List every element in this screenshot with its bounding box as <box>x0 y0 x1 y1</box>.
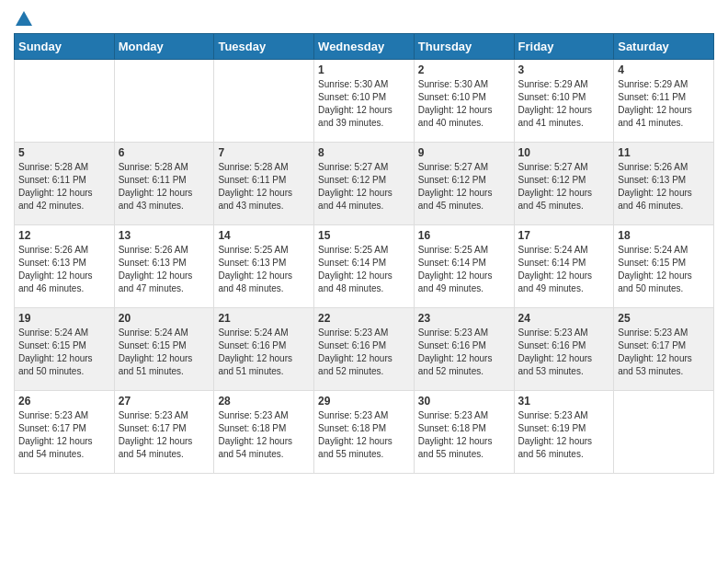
calendar-cell: 28Sunrise: 5:23 AM Sunset: 6:18 PM Dayli… <box>214 391 314 474</box>
calendar-cell: 11Sunrise: 5:26 AM Sunset: 6:13 PM Dayli… <box>614 143 714 225</box>
calendar-cell: 8Sunrise: 5:27 AM Sunset: 6:12 PM Daylig… <box>314 143 415 225</box>
calendar-header-tuesday: Tuesday <box>214 34 314 60</box>
day-number: 5 <box>18 146 110 159</box>
day-info: Sunrise: 5:23 AM Sunset: 6:17 PM Dayligh… <box>618 327 710 378</box>
day-info: Sunrise: 5:23 AM Sunset: 6:16 PM Dayligh… <box>518 327 610 378</box>
day-info: Sunrise: 5:24 AM Sunset: 6:14 PM Dayligh… <box>518 244 610 295</box>
calendar-header-thursday: Thursday <box>414 34 514 60</box>
day-info: Sunrise: 5:24 AM Sunset: 6:15 PM Dayligh… <box>18 327 110 378</box>
calendar-cell <box>214 60 314 143</box>
day-info: Sunrise: 5:23 AM Sunset: 6:19 PM Dayligh… <box>518 409 610 461</box>
day-number: 7 <box>218 146 310 159</box>
day-info: Sunrise: 5:27 AM Sunset: 6:12 PM Dayligh… <box>418 161 510 213</box>
day-info: Sunrise: 5:26 AM Sunset: 6:13 PM Dayligh… <box>119 244 210 295</box>
calendar-cell: 16Sunrise: 5:25 AM Sunset: 6:14 PM Dayli… <box>414 225 514 308</box>
calendar-week-row: 12Sunrise: 5:26 AM Sunset: 6:13 PM Dayli… <box>15 225 714 308</box>
day-info: Sunrise: 5:25 AM Sunset: 6:14 PM Dayligh… <box>418 244 510 295</box>
calendar-cell: 23Sunrise: 5:23 AM Sunset: 6:16 PM Dayli… <box>414 308 514 391</box>
day-info: Sunrise: 5:23 AM Sunset: 6:18 PM Dayligh… <box>218 409 310 461</box>
calendar-table: SundayMondayTuesdayWednesdayThursdayFrid… <box>14 33 714 474</box>
day-number: 24 <box>518 312 610 325</box>
day-number: 29 <box>318 395 410 408</box>
logo <box>14 9 34 26</box>
calendar-cell: 20Sunrise: 5:24 AM Sunset: 6:15 PM Dayli… <box>114 308 214 391</box>
logo-icon <box>14 9 34 29</box>
day-number: 30 <box>418 395 510 408</box>
calendar-header-friday: Friday <box>514 34 614 60</box>
calendar-cell <box>114 60 214 143</box>
calendar-cell: 13Sunrise: 5:26 AM Sunset: 6:13 PM Dayli… <box>114 225 214 308</box>
day-info: Sunrise: 5:29 AM Sunset: 6:10 PM Dayligh… <box>518 78 610 130</box>
day-info: Sunrise: 5:28 AM Sunset: 6:11 PM Dayligh… <box>218 161 310 213</box>
day-number: 15 <box>318 229 410 242</box>
day-number: 18 <box>618 229 710 242</box>
day-number: 10 <box>518 146 610 159</box>
day-number: 23 <box>418 312 510 325</box>
day-info: Sunrise: 5:26 AM Sunset: 6:13 PM Dayligh… <box>18 244 110 295</box>
day-number: 11 <box>618 146 710 159</box>
day-number: 17 <box>518 229 610 242</box>
calendar-cell: 29Sunrise: 5:23 AM Sunset: 6:18 PM Dayli… <box>314 391 415 474</box>
calendar-cell: 12Sunrise: 5:26 AM Sunset: 6:13 PM Dayli… <box>15 225 115 308</box>
day-info: Sunrise: 5:27 AM Sunset: 6:12 PM Dayligh… <box>518 161 610 213</box>
calendar-cell: 5Sunrise: 5:28 AM Sunset: 6:11 PM Daylig… <box>15 143 115 225</box>
day-info: Sunrise: 5:26 AM Sunset: 6:13 PM Dayligh… <box>618 161 710 213</box>
day-number: 13 <box>119 229 210 242</box>
day-info: Sunrise: 5:30 AM Sunset: 6:10 PM Dayligh… <box>418 78 510 130</box>
day-number: 19 <box>18 312 110 325</box>
calendar-cell: 10Sunrise: 5:27 AM Sunset: 6:12 PM Dayli… <box>514 143 614 225</box>
day-number: 3 <box>518 63 610 76</box>
day-info: Sunrise: 5:25 AM Sunset: 6:14 PM Dayligh… <box>318 244 410 295</box>
day-number: 9 <box>418 146 510 159</box>
day-info: Sunrise: 5:24 AM Sunset: 6:15 PM Dayligh… <box>618 244 710 295</box>
calendar-cell: 27Sunrise: 5:23 AM Sunset: 6:17 PM Dayli… <box>114 391 214 474</box>
page-header <box>14 9 714 26</box>
calendar-cell <box>614 391 714 474</box>
day-number: 21 <box>218 312 310 325</box>
calendar-cell: 15Sunrise: 5:25 AM Sunset: 6:14 PM Dayli… <box>314 225 415 308</box>
day-info: Sunrise: 5:28 AM Sunset: 6:11 PM Dayligh… <box>18 161 110 213</box>
calendar-week-row: 26Sunrise: 5:23 AM Sunset: 6:17 PM Dayli… <box>15 391 714 474</box>
calendar-cell: 31Sunrise: 5:23 AM Sunset: 6:19 PM Dayli… <box>514 391 614 474</box>
day-info: Sunrise: 5:24 AM Sunset: 6:16 PM Dayligh… <box>218 327 310 378</box>
svg-marker-0 <box>16 11 32 26</box>
day-number: 4 <box>618 63 710 76</box>
calendar-header-monday: Monday <box>114 34 214 60</box>
day-number: 16 <box>418 229 510 242</box>
day-number: 22 <box>318 312 410 325</box>
day-number: 8 <box>318 146 410 159</box>
calendar-cell: 22Sunrise: 5:23 AM Sunset: 6:16 PM Dayli… <box>314 308 415 391</box>
calendar-cell: 14Sunrise: 5:25 AM Sunset: 6:13 PM Dayli… <box>214 225 314 308</box>
day-info: Sunrise: 5:23 AM Sunset: 6:18 PM Dayligh… <box>318 409 410 461</box>
day-info: Sunrise: 5:25 AM Sunset: 6:13 PM Dayligh… <box>218 244 310 295</box>
calendar-cell: 6Sunrise: 5:28 AM Sunset: 6:11 PM Daylig… <box>114 143 214 225</box>
calendar-cell: 18Sunrise: 5:24 AM Sunset: 6:15 PM Dayli… <box>614 225 714 308</box>
day-info: Sunrise: 5:23 AM Sunset: 6:18 PM Dayligh… <box>418 409 510 461</box>
calendar-week-row: 19Sunrise: 5:24 AM Sunset: 6:15 PM Dayli… <box>15 308 714 391</box>
day-info: Sunrise: 5:23 AM Sunset: 6:16 PM Dayligh… <box>318 327 410 378</box>
calendar-cell: 25Sunrise: 5:23 AM Sunset: 6:17 PM Dayli… <box>614 308 714 391</box>
day-info: Sunrise: 5:23 AM Sunset: 6:17 PM Dayligh… <box>18 409 110 461</box>
calendar-cell: 30Sunrise: 5:23 AM Sunset: 6:18 PM Dayli… <box>414 391 514 474</box>
calendar-cell: 7Sunrise: 5:28 AM Sunset: 6:11 PM Daylig… <box>214 143 314 225</box>
calendar-cell: 26Sunrise: 5:23 AM Sunset: 6:17 PM Dayli… <box>15 391 115 474</box>
day-number: 12 <box>18 229 110 242</box>
day-number: 20 <box>119 312 210 325</box>
calendar-header-row: SundayMondayTuesdayWednesdayThursdayFrid… <box>15 34 714 60</box>
calendar-cell: 4Sunrise: 5:29 AM Sunset: 6:11 PM Daylig… <box>614 60 714 143</box>
day-info: Sunrise: 5:30 AM Sunset: 6:10 PM Dayligh… <box>318 78 410 130</box>
day-info: Sunrise: 5:29 AM Sunset: 6:11 PM Dayligh… <box>618 78 710 130</box>
day-number: 28 <box>218 395 310 408</box>
day-info: Sunrise: 5:24 AM Sunset: 6:15 PM Dayligh… <box>119 327 210 378</box>
calendar-header-wednesday: Wednesday <box>314 34 415 60</box>
day-number: 25 <box>618 312 710 325</box>
day-number: 27 <box>119 395 210 408</box>
day-info: Sunrise: 5:23 AM Sunset: 6:17 PM Dayligh… <box>119 409 210 461</box>
calendar-header-saturday: Saturday <box>614 34 714 60</box>
calendar-cell: 24Sunrise: 5:23 AM Sunset: 6:16 PM Dayli… <box>514 308 614 391</box>
calendar-week-row: 1Sunrise: 5:30 AM Sunset: 6:10 PM Daylig… <box>15 60 714 143</box>
day-number: 6 <box>119 146 210 159</box>
day-info: Sunrise: 5:23 AM Sunset: 6:16 PM Dayligh… <box>418 327 510 378</box>
calendar-cell: 2Sunrise: 5:30 AM Sunset: 6:10 PM Daylig… <box>414 60 514 143</box>
day-number: 31 <box>518 395 610 408</box>
